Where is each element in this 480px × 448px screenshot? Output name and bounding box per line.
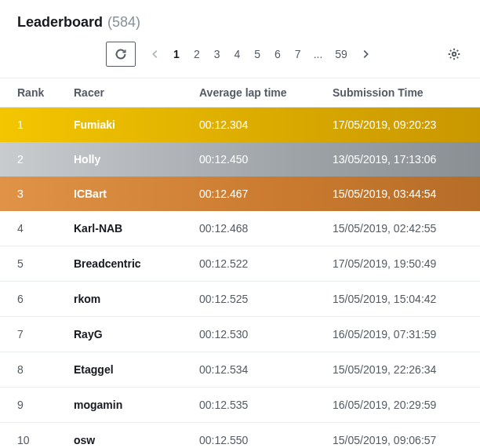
cell-submission: 15/05/2019, 22:26:34 [315,352,480,388]
cell-rank: 7 [0,317,56,352]
table-row[interactable]: 7RayG00:12.53016/05/2019, 07:31:59 [0,317,480,352]
col-header-lap[interactable]: Average lap time [182,78,315,107]
col-header-racer[interactable]: Racer [56,78,182,107]
table-row[interactable]: 6rkom00:12.52515/05/2019, 15:04:42 [0,282,480,317]
cell-racer: Etaggel [56,352,182,388]
svg-point-0 [453,53,456,56]
cell-rank: 1 [0,107,56,143]
cell-submission: 15/05/2019, 15:04:42 [315,282,480,317]
page-4[interactable]: 4 [229,45,245,64]
col-header-submission[interactable]: Submission Time [315,78,480,107]
pagination-ellipsis: ... [311,45,326,64]
page-6[interactable]: 6 [270,45,285,64]
cell-racer: Holly [56,142,182,177]
leaderboard-table: Rank Racer Average lap time Submission T… [0,78,480,448]
title-row: Leaderboard (584) [17,14,463,31]
cell-racer: Fumiaki [56,107,182,143]
cell-racer: mogamin [56,388,182,423]
cell-submission: 15/05/2019, 09:06:57 [315,423,480,449]
cell-lap: 00:12.467 [182,177,315,211]
cell-rank: 3 [0,177,56,211]
total-count: (584) [107,14,140,31]
cell-rank: 6 [0,282,56,317]
page-7[interactable]: 7 [290,45,306,64]
table-row[interactable]: 1Fumiaki00:12.30417/05/2019, 09:20:23 [0,107,480,143]
page-last[interactable]: 59 [330,45,352,64]
cell-submission: 16/05/2019, 07:31:59 [315,317,480,352]
cell-rank: 5 [0,246,56,282]
refresh-icon [115,48,127,60]
cell-racer: Breadcentric [56,246,182,282]
next-page-button[interactable] [357,46,374,63]
table-row[interactable]: 3ICBart00:12.46715/05/2019, 03:44:54 [0,177,480,211]
col-header-rank[interactable]: Rank [0,78,56,107]
toolbar: 1234567 ... 59 [0,40,480,78]
cell-rank: 9 [0,388,56,423]
cell-racer: rkom [56,282,182,317]
cell-lap: 00:12.534 [182,352,315,388]
cell-submission: 15/05/2019, 02:42:55 [315,211,480,246]
page-1[interactable]: 1 [169,45,184,64]
cell-submission: 17/05/2019, 19:50:49 [315,246,480,282]
table-row[interactable]: 10osw00:12.55015/05/2019, 09:06:57 [0,423,480,449]
cell-submission: 13/05/2019, 17:13:06 [315,142,480,177]
prev-page-button[interactable] [147,46,164,63]
table-row[interactable]: 2Holly00:12.45013/05/2019, 17:13:06 [0,142,480,177]
cell-racer: ICBart [56,177,182,211]
header: Leaderboard (584) [0,0,480,40]
cell-rank: 4 [0,211,56,246]
chevron-right-icon [360,49,371,60]
page-5[interactable]: 5 [249,45,265,64]
cell-racer: Karl-NAB [56,211,182,246]
table-header-row: Rank Racer Average lap time Submission T… [0,78,480,107]
page-title: Leaderboard [17,14,103,31]
cell-racer: osw [56,423,182,449]
cell-submission: 17/05/2019, 09:20:23 [315,107,480,143]
cell-submission: 15/05/2019, 03:44:54 [315,177,480,211]
cell-rank: 2 [0,142,56,177]
table-row[interactable]: 4Karl-NAB00:12.46815/05/2019, 02:42:55 [0,211,480,246]
cell-rank: 10 [0,423,56,449]
page-2[interactable]: 2 [189,45,205,64]
table-row[interactable]: 5Breadcentric00:12.52217/05/2019, 19:50:… [0,246,480,282]
cell-lap: 00:12.522 [182,246,315,282]
table-row[interactable]: 9mogamin00:12.53516/05/2019, 20:29:59 [0,388,480,423]
cell-racer: RayG [56,317,182,352]
gear-icon [447,47,461,61]
cell-lap: 00:12.525 [182,282,315,317]
settings-button[interactable] [444,44,464,64]
table-row[interactable]: 8Etaggel00:12.53415/05/2019, 22:26:34 [0,352,480,388]
leaderboard-card: Leaderboard (584) 1234567 ... 59 [0,0,480,448]
chevron-left-icon [150,49,161,60]
cell-lap: 00:12.535 [182,388,315,423]
refresh-button[interactable] [106,42,136,67]
cell-lap: 00:12.450 [182,142,315,177]
cell-lap: 00:12.468 [182,211,315,246]
cell-lap: 00:12.530 [182,317,315,352]
page-3[interactable]: 3 [209,45,225,64]
cell-lap: 00:12.550 [182,423,315,449]
cell-submission: 16/05/2019, 20:29:59 [315,388,480,423]
cell-rank: 8 [0,352,56,388]
cell-lap: 00:12.304 [182,107,315,143]
